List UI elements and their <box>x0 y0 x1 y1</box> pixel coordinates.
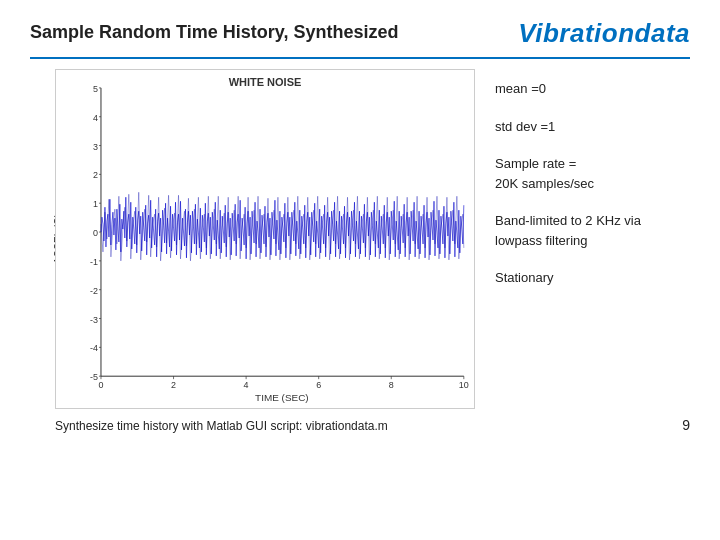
svg-text:-2: -2 <box>90 286 98 296</box>
svg-text:4: 4 <box>93 113 98 123</box>
svg-text:-3: -3 <box>90 315 98 325</box>
svg-text:-4: -4 <box>90 343 98 353</box>
svg-text:0: 0 <box>93 228 98 238</box>
svg-text:0: 0 <box>98 380 103 390</box>
svg-text:10: 10 <box>459 380 469 390</box>
svg-text:8: 8 <box>389 380 394 390</box>
svg-text:2: 2 <box>93 170 98 180</box>
page-title: Sample Random Time History, Synthesized <box>30 22 398 43</box>
svg-text:6: 6 <box>316 380 321 390</box>
footer-script-text: Synthesize time history with Matlab GUI … <box>55 419 388 433</box>
svg-text:1: 1 <box>93 199 98 209</box>
chart-outer: ACCEL (G) WHITE NOISE 5 4 3 2 1 0 -1 - <box>55 69 475 409</box>
std-dev-label: std dev =1 <box>495 117 690 137</box>
svg-text:4: 4 <box>244 380 249 390</box>
chart-svg: 5 4 3 2 1 0 -1 -2 -3 -4 -5 <box>56 70 474 408</box>
svg-text:3: 3 <box>93 142 98 152</box>
band-limited-label: Band-limited to 2 KHz via lowpass filter… <box>495 211 690 250</box>
svg-text:-1: -1 <box>90 257 98 267</box>
chart-title: WHITE NOISE <box>56 76 474 88</box>
chart-container: WHITE NOISE 5 4 3 2 1 0 -1 -2 -3 <box>55 69 475 409</box>
footer: Synthesize time history with Matlab GUI … <box>0 409 720 443</box>
brand-title: Vibrationdata <box>518 18 690 49</box>
info-panel: mean =0 std dev =1 Sample rate = 20K sam… <box>495 69 690 409</box>
svg-text:TIME (SEC): TIME (SEC) <box>255 392 309 403</box>
sample-rate-label: Sample rate = 20K samples/sec <box>495 154 690 193</box>
svg-text:2: 2 <box>171 380 176 390</box>
page-number: 9 <box>682 417 690 433</box>
stationary-label: Stationary <box>495 268 690 288</box>
mean-label: mean =0 <box>495 79 690 99</box>
svg-text:-5: -5 <box>90 372 98 382</box>
